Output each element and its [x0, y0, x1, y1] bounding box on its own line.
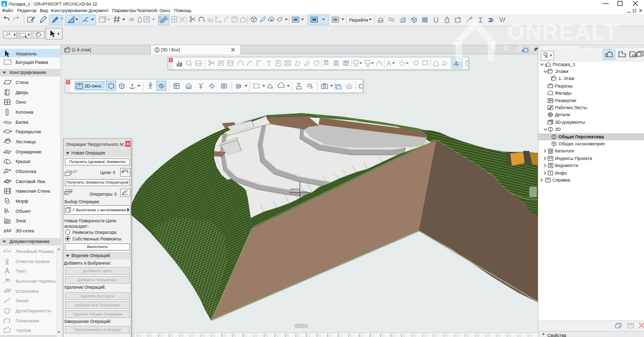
svg-text:3D-окно: 3D-окно	[85, 83, 101, 89]
svg-text:A1: A1	[6, 278, 11, 283]
svg-text:Перейти: Перейти	[349, 17, 368, 23]
